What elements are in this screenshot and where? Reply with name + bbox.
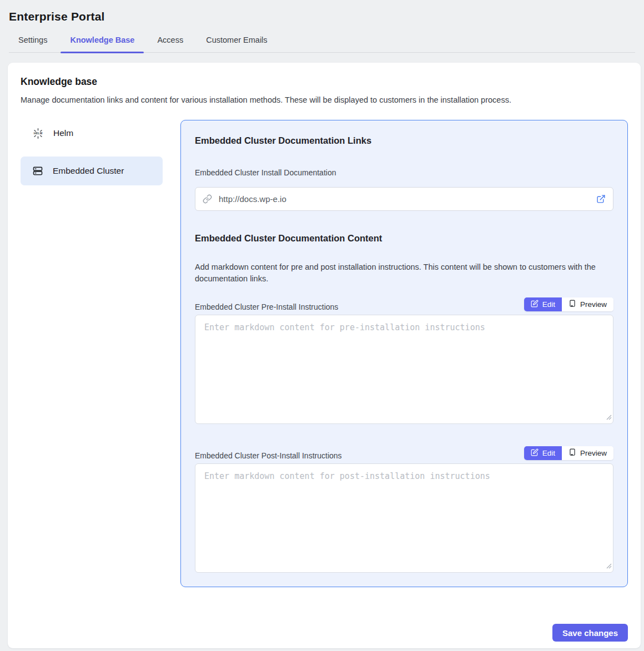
post-install-textarea-wrap (195, 463, 613, 573)
pre-install-mode-toggle: Edit Preview (524, 297, 613, 311)
preview-icon (568, 300, 576, 309)
card-title: Knowledge base (21, 76, 628, 88)
link-icon (203, 194, 212, 206)
page-title: Enterprise Portal (9, 10, 635, 23)
preview-button[interactable]: Preview (562, 297, 613, 311)
helm-icon: HELM (32, 128, 44, 139)
external-link-icon[interactable] (596, 194, 606, 206)
tab-bar: Settings Knowledge Base Access Customer … (9, 36, 635, 53)
card-footer: Save changes (21, 624, 628, 642)
server-icon (32, 165, 43, 176)
sidebar-item-helm[interactable]: HELM Helm (21, 120, 163, 147)
install-method-sidebar: HELM Helm Embedded Cluster (21, 120, 163, 587)
content-section-description: Add markdown content for pre and post in… (195, 261, 613, 284)
tab-access[interactable]: Access (148, 36, 193, 52)
content-section-title: Embedded Cluster Documentation Content (195, 233, 613, 244)
preview-button-label: Preview (580, 300, 607, 309)
post-install-mode-toggle: Edit Preview (524, 446, 613, 460)
tab-knowledge-base[interactable]: Knowledge Base (61, 36, 144, 52)
edit-button[interactable]: Edit (524, 446, 562, 460)
card-description: Manage documentation links and content f… (21, 95, 628, 104)
header: Enterprise Portal Settings Knowledge Bas… (0, 0, 644, 53)
save-changes-button[interactable]: Save changes (552, 624, 628, 642)
preview-icon (568, 448, 576, 458)
edit-icon (531, 300, 539, 309)
edit-button-label: Edit (542, 449, 555, 457)
embedded-cluster-panel: Embedded Cluster Documentation Links Emb… (180, 120, 628, 587)
post-install-field-header: Embedded Cluster Post-Install Instructio… (195, 446, 613, 460)
install-doc-input[interactable] (195, 187, 613, 211)
preview-button[interactable]: Preview (562, 446, 613, 460)
post-install-textarea[interactable] (195, 463, 613, 573)
install-doc-field (195, 187, 613, 211)
sidebar-item-embedded-cluster[interactable]: Embedded Cluster (21, 157, 163, 185)
preview-button-label: Preview (580, 449, 607, 457)
edit-button-label: Edit (542, 300, 555, 309)
pre-install-textarea[interactable] (195, 315, 613, 424)
edit-button[interactable]: Edit (524, 297, 562, 311)
svg-text:HELM: HELM (34, 132, 43, 135)
sidebar-item-label: Helm (53, 128, 73, 138)
install-doc-label: Embedded Cluster Install Documentation (195, 168, 613, 177)
card-body: HELM Helm Embedded Cluster Embedd (21, 120, 628, 587)
tab-settings[interactable]: Settings (9, 36, 57, 52)
pre-install-label: Embedded Cluster Pre-Install Instruction… (195, 302, 338, 311)
edit-icon (531, 448, 539, 458)
post-install-label: Embedded Cluster Post-Install Instructio… (195, 451, 342, 460)
pre-install-field-header: Embedded Cluster Pre-Install Instruction… (195, 297, 613, 311)
pre-install-textarea-wrap (195, 315, 613, 424)
links-section-title: Embedded Cluster Documentation Links (195, 135, 613, 146)
sidebar-item-label: Embedded Cluster (53, 166, 124, 176)
knowledge-base-card: Knowledge base Manage documentation link… (8, 63, 641, 648)
tab-customer-emails[interactable]: Customer Emails (197, 36, 276, 52)
